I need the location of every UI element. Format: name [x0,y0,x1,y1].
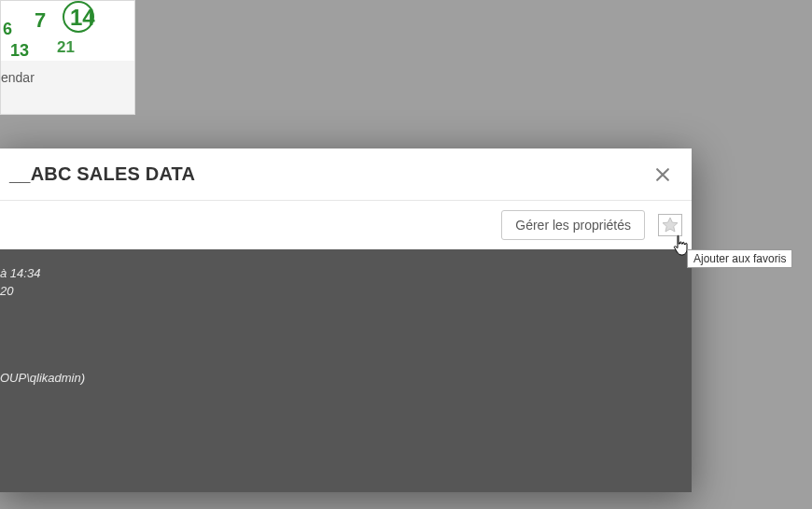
detail-number: 20 [0,284,682,298]
modal-title: __ABC SALES DATA [9,163,195,185]
calendar-highlight-circle [63,1,94,33]
detail-time: à 14:34 [0,266,682,280]
calendar-number: 7 [35,8,46,33]
modal-header: __ABC SALES DATA [0,148,692,201]
app-card-thumbnail: 6 7 14 13 21 [1,1,134,63]
modal-toolbar: Gérer les propriétés [0,201,692,249]
manage-properties-button[interactable]: Gérer les propriétés [501,210,645,240]
calendar-number: 6 [3,20,12,39]
add-to-favorites-button[interactable] [658,214,682,236]
close-button[interactable] [652,164,673,185]
calendar-number: 13 [10,41,29,61]
app-card[interactable]: 6 7 14 13 21 endar [0,0,135,115]
calendar-number: 21 [57,38,75,57]
close-icon [653,165,672,184]
star-icon [661,216,679,234]
app-card-label: endar [1,61,134,114]
app-details-modal: __ABC SALES DATA Gérer les propriétés à … [0,148,692,492]
detail-owner: OUP\qlikadmin) [0,371,682,385]
modal-body: à 14:34 20 OUP\qlikadmin) [0,249,692,492]
favorite-tooltip: Ajouter aux favoris [687,249,792,268]
